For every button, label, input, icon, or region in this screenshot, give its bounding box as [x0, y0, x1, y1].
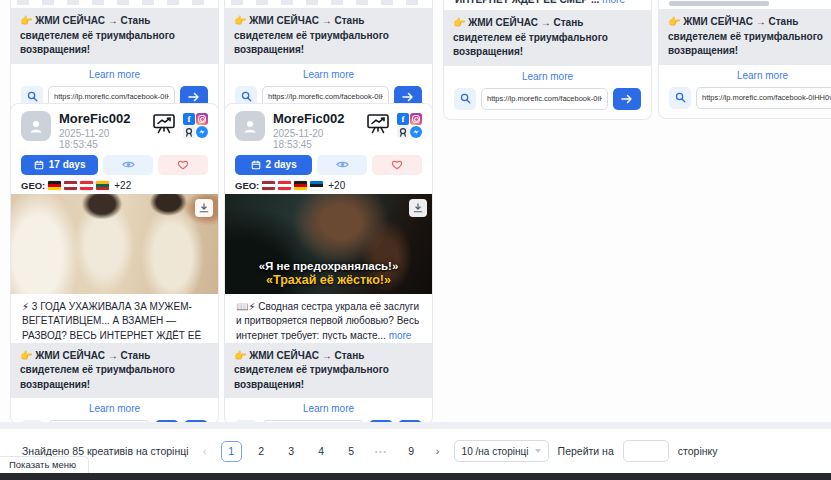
- download-icon: [413, 203, 423, 213]
- instagram-icon[interactable]: [410, 113, 422, 125]
- favorite-button[interactable]: [158, 155, 208, 175]
- facebook-icon[interactable]: f: [397, 113, 409, 125]
- ad-card-partial: 👉 ЖМИ СЕЙЧАС → Стань свидетелем её триум…: [658, 0, 831, 119]
- url-row: [659, 85, 831, 118]
- learn-more-link[interactable]: Learn more: [11, 398, 218, 418]
- badge-icon[interactable]: [397, 126, 409, 138]
- creative-image[interactable]: «Я не предохранялась!» «Трахай её жёстко…: [225, 194, 432, 294]
- search-icon[interactable]: [669, 87, 691, 109]
- arrow-right-icon: [402, 92, 414, 102]
- profile-row: MoreFic002 2025-11-20 18:53:45 f: [225, 104, 432, 152]
- learn-more-link[interactable]: Learn more: [225, 398, 432, 418]
- ad-card-partial: 👉 ЖМИ СЕЙЧАС → Стань свидетелем её триум…: [10, 0, 219, 118]
- eye-icon: [336, 160, 349, 169]
- social-network-icons: f: [183, 113, 208, 138]
- next-page-icon[interactable]: ›: [431, 445, 445, 457]
- flag-icon: [48, 181, 61, 190]
- prev-page-icon[interactable]: ‹: [198, 445, 212, 457]
- page-number-1[interactable]: 1: [221, 441, 242, 462]
- pagination-bar: Знайдено 85 креативів на сторінці ‹ 1 2 …: [0, 429, 831, 473]
- arrow-right-icon: [621, 94, 633, 104]
- learn-more-link[interactable]: Learn more: [225, 64, 432, 84]
- download-image-button[interactable]: [409, 199, 427, 217]
- goto-page-input[interactable]: [623, 440, 669, 462]
- geo-more-count[interactable]: +22: [114, 180, 131, 191]
- page-size-select[interactable]: 10 /на сторінці: [454, 440, 549, 462]
- page-ellipsis[interactable]: •••: [371, 441, 392, 462]
- geo-label: GEO:: [235, 180, 259, 191]
- calendar-icon: [34, 160, 44, 170]
- messenger-icon[interactable]: [410, 126, 422, 138]
- download-image-button[interactable]: [195, 199, 213, 217]
- geo-row: GEO: +20: [225, 175, 432, 194]
- views-button[interactable]: [103, 155, 153, 175]
- search-icon[interactable]: [454, 88, 476, 110]
- show-menu-button[interactable]: Показать меню: [0, 456, 89, 473]
- clipped-content-strip: [231, 0, 426, 5]
- creative-description: 📖⚡ Сводная сестра украла её заслуги и пр…: [225, 294, 432, 340]
- landing-url-input[interactable]: [481, 88, 608, 110]
- ads-spy-library-page: 👉 ЖМИ СЕЙЧАС → Стань свидетелем её триум…: [0, 0, 831, 480]
- flag-icon: [64, 181, 77, 190]
- days-active-button[interactable]: 2 days: [235, 155, 312, 175]
- overlay-line-2: «Трахай её жёстко!»: [225, 273, 432, 287]
- geo-more-count[interactable]: +20: [328, 180, 345, 191]
- creative-date: 2025-11-20 18:53:45: [273, 128, 358, 150]
- analytics-board-icon[interactable]: [152, 113, 176, 134]
- calendar-icon: [251, 160, 261, 170]
- messenger-icon[interactable]: [196, 126, 208, 138]
- heart-icon: [391, 159, 403, 170]
- flag-icon: [278, 181, 291, 190]
- avatar: [21, 111, 51, 141]
- card-buttons-row: 17 days: [11, 152, 218, 175]
- ad-headline: 👉 ЖМИ СЕЙЧАС → Стань свидетелем её триум…: [11, 343, 218, 399]
- page-number-3[interactable]: 3: [281, 441, 302, 462]
- person-icon: [28, 118, 44, 134]
- image-text-overlay: «Я не предохранялась!» «Трахай её жёстко…: [225, 260, 432, 287]
- clipped-description: ИНТЕРНЕТ ЖДЁТ ЕЁ СМЕР ... more: [444, 0, 651, 7]
- page-number-9[interactable]: 9: [401, 441, 422, 462]
- favorite-button[interactable]: [372, 155, 422, 175]
- flag-icon: [294, 181, 307, 190]
- open-url-button[interactable]: [613, 88, 641, 110]
- views-button[interactable]: [317, 155, 367, 175]
- creative-card: MoreFic002 2025-11-20 18:53:45 f: [10, 103, 219, 425]
- avatar: [235, 111, 265, 141]
- creative-card: MoreFic002 2025-11-20 18:53:45 f: [224, 103, 433, 425]
- overlay-line-1: «Я не предохранялась!»: [225, 260, 432, 272]
- analytics-board-icon[interactable]: [366, 113, 390, 134]
- page-number-2[interactable]: 2: [251, 441, 272, 462]
- creative-date: 2025-11-20 18:53:45: [59, 128, 144, 150]
- more-link[interactable]: more: [602, 0, 625, 5]
- social-network-icons: f: [397, 113, 422, 138]
- profile-row: MoreFic002 2025-11-20 18:53:45 f: [11, 104, 218, 152]
- goto-label-prefix: Перейти на: [558, 445, 614, 457]
- profile-info: MoreFic002 2025-11-20 18:53:45: [59, 111, 144, 150]
- flag-icon: [262, 181, 275, 190]
- arrow-right-icon: [188, 92, 200, 102]
- background-band: [0, 422, 831, 429]
- ad-headline: 👉 ЖМИ СЕЙЧАС → Стань свидетелем её триум…: [225, 8, 432, 64]
- ad-card-partial: 👉 ЖМИ СЕЙЧАС → Стань свидетелем её триум…: [224, 0, 433, 118]
- ad-headline: 👉 ЖМИ СЕЙЧАС → Стань свидетелем её триум…: [659, 9, 831, 65]
- flag-icon: [80, 181, 93, 190]
- card-action-icons: f: [366, 111, 422, 138]
- ad-headline: 👉 ЖМИ СЕЙЧАС → Стань свидетелем её триум…: [444, 10, 651, 66]
- facebook-icon[interactable]: f: [183, 113, 195, 125]
- instagram-icon[interactable]: [196, 113, 208, 125]
- learn-more-link[interactable]: Learn more: [444, 66, 651, 86]
- more-link[interactable]: more: [389, 330, 412, 340]
- account-name: MoreFic002: [273, 111, 358, 127]
- learn-more-link[interactable]: Learn more: [11, 64, 218, 84]
- page-number-4[interactable]: 4: [311, 441, 332, 462]
- learn-more-link[interactable]: Learn more: [659, 65, 831, 85]
- download-icon: [199, 203, 209, 213]
- flag-icon: [310, 181, 323, 190]
- badge-icon[interactable]: [183, 126, 195, 138]
- card-action-icons: f: [152, 111, 208, 138]
- account-name: MoreFic002: [59, 111, 144, 127]
- creative-image[interactable]: [11, 194, 218, 294]
- days-active-button[interactable]: 17 days: [21, 155, 98, 175]
- landing-url-input[interactable]: [696, 87, 831, 109]
- page-number-5[interactable]: 5: [341, 441, 362, 462]
